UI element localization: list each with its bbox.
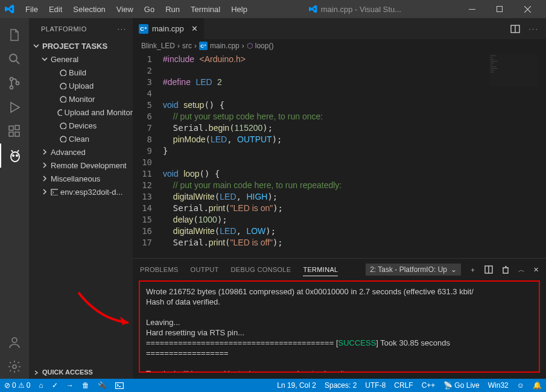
pio-home-icon[interactable]: ⌂ <box>34 379 47 392</box>
menu-file[interactable]: File <box>21 2 43 16</box>
more-icon[interactable]: ··· <box>118 25 127 33</box>
svg-point-11 <box>12 154 14 157</box>
split-terminal-icon[interactable] <box>484 265 493 274</box>
breadcrumb[interactable]: Blink_LED› src› C⁺ main.cpp› ⬡ loop() <box>133 39 546 52</box>
title-bar: FileEditSelectionViewGoRunTerminalHelp m… <box>0 0 546 18</box>
terminal-output[interactable]: Wrote 216752 bytes (109861 compressed) a… <box>139 280 540 373</box>
panel-tabs: PROBLEMSOUTPUTDEBUG CONSOLETERMINAL 2: T… <box>133 259 546 280</box>
go-live[interactable]: 📡 Go Live <box>439 379 483 392</box>
svg-rect-24 <box>115 382 123 388</box>
editor-tabs: C⁺ main.cpp ✕ ··· <box>133 18 546 39</box>
svg-point-18 <box>58 110 62 116</box>
settings-gear-icon[interactable] <box>0 355 29 379</box>
pio-terminal-icon[interactable] <box>111 379 128 392</box>
tree-item[interactable]: Monitor <box>29 92 133 106</box>
status-bar: ⊘0 ⚠0 ⌂ ✓ → 🗑 🔌 Ln 19, Col 2 Spaces: 2 U… <box>0 379 546 392</box>
source-control-icon[interactable] <box>0 71 29 95</box>
maximize-button[interactable] <box>486 0 513 18</box>
tree-item[interactable]: Advanced <box>29 145 133 159</box>
accounts-icon[interactable] <box>0 330 29 355</box>
tree-item[interactable]: env:esp32doit-d... <box>29 185 133 198</box>
cursor-position[interactable]: Ln 19, Col 2 <box>273 379 320 392</box>
tree-item[interactable]: Remote Development <box>29 159 133 172</box>
errors-warnings[interactable]: ⊘0 ⚠0 <box>0 379 34 392</box>
language-mode[interactable]: C++ <box>417 379 440 392</box>
menu-view[interactable]: View <box>112 2 138 16</box>
line-numbers: 1234567891011121314151617 <box>133 52 163 258</box>
panel-tab-output[interactable]: OUTPUT <box>191 266 219 276</box>
quick-access-section[interactable]: QUICK ACCESS <box>29 365 133 379</box>
encoding[interactable]: UTF-8 <box>361 379 390 392</box>
platform[interactable]: Win32 <box>484 379 513 392</box>
code-content[interactable]: #include <Arduino.h> #define LED 2 void … <box>163 52 546 258</box>
svg-point-5 <box>16 82 19 85</box>
menu-edit[interactable]: Edit <box>44 2 67 16</box>
pio-upload-icon[interactable]: → <box>62 379 78 392</box>
sidebar-header: PLATFORMIO ··· <box>29 18 133 39</box>
close-button[interactable] <box>513 0 541 18</box>
svg-point-15 <box>60 70 66 76</box>
tree-item[interactable]: Build <box>29 66 133 79</box>
pio-clean-icon[interactable]: 🗑 <box>78 379 94 392</box>
search-icon[interactable] <box>0 47 29 71</box>
svg-rect-7 <box>9 132 13 136</box>
menu-run[interactable]: Run <box>160 2 185 16</box>
svg-point-14 <box>13 365 16 368</box>
tree-item[interactable]: Miscellaneous <box>29 172 133 185</box>
svg-rect-1 <box>497 7 503 12</box>
svg-rect-6 <box>9 126 13 130</box>
pio-monitor-icon[interactable]: 🔌 <box>94 379 111 392</box>
svg-rect-9 <box>15 125 19 130</box>
vscode-logo-icon <box>5 4 14 14</box>
tab-main-cpp[interactable]: C⁺ main.cpp ✕ <box>133 18 204 39</box>
minimize-button[interactable] <box>458 0 486 18</box>
terminal-selector[interactable]: 2: Task - PlatformIO: Up ⌄ <box>366 264 461 276</box>
menu-terminal[interactable]: Terminal <box>186 2 225 16</box>
minimap[interactable]: ▬▬▬▬▬▬▬▬▬▬▬▬▬▬▬▬▬▬▬▬▬▬▬▬ <box>489 54 538 87</box>
panel-tab-terminal[interactable]: TERMINAL <box>303 266 338 276</box>
svg-rect-8 <box>15 132 19 136</box>
run-debug-icon[interactable] <box>0 95 29 119</box>
indent-setting[interactable]: Spaces: 2 <box>320 379 361 392</box>
tree-item[interactable]: PROJECT TASKS <box>29 39 133 52</box>
kill-terminal-icon[interactable] <box>501 265 510 274</box>
platformio-icon[interactable] <box>0 144 29 168</box>
svg-point-19 <box>60 123 66 129</box>
tree-item[interactable]: Upload <box>29 79 133 92</box>
eol[interactable]: CRLF <box>390 379 417 392</box>
menu-help[interactable]: Help <box>226 2 252 16</box>
tree-item[interactable]: Clean <box>29 132 133 145</box>
tree-item[interactable]: Devices <box>29 119 133 132</box>
panel-tab-debug-console[interactable]: DEBUG CONSOLE <box>231 266 291 276</box>
more-actions-icon[interactable]: ··· <box>529 24 539 34</box>
split-editor-icon[interactable] <box>510 24 520 34</box>
new-terminal-icon[interactable]: ＋ <box>469 265 476 274</box>
maximize-panel-icon[interactable]: ︿ <box>518 265 525 274</box>
tree-item[interactable]: General <box>29 52 133 66</box>
cpp-file-icon: C⁺ <box>139 24 148 34</box>
menu-go[interactable]: Go <box>139 2 159 16</box>
svg-point-17 <box>60 96 66 103</box>
close-panel-icon[interactable]: ✕ <box>533 266 539 274</box>
window-controls <box>458 0 541 18</box>
code-editor[interactable]: 1234567891011121314151617 #include <Ardu… <box>133 52 546 258</box>
feedback-icon[interactable]: ☺ <box>513 379 529 392</box>
extensions-icon[interactable] <box>0 119 29 144</box>
menu-selection[interactable]: Selection <box>68 2 110 16</box>
panel-tab-problems[interactable]: PROBLEMS <box>140 266 179 276</box>
editor-area: C⁺ main.cpp ✕ ··· Blink_LED› src› C⁺ mai… <box>133 18 546 379</box>
explorer-icon[interactable] <box>0 23 29 47</box>
sidebar: PLATFORMIO ··· PROJECT TASKSGeneralBuild… <box>29 18 133 379</box>
svg-point-4 <box>10 86 13 89</box>
svg-point-16 <box>60 83 66 89</box>
tree-item[interactable]: Upload and Monitor <box>29 106 133 119</box>
svg-rect-21 <box>51 189 58 195</box>
svg-point-20 <box>60 136 66 142</box>
notifications-icon[interactable]: 🔔 <box>529 379 546 392</box>
symbol-icon: ⬡ <box>247 42 253 50</box>
svg-rect-0 <box>469 9 475 10</box>
activity-bar <box>0 18 29 379</box>
svg-point-3 <box>10 78 13 81</box>
close-tab-icon[interactable]: ✕ <box>191 24 198 33</box>
pio-build-icon[interactable]: ✓ <box>48 379 62 392</box>
